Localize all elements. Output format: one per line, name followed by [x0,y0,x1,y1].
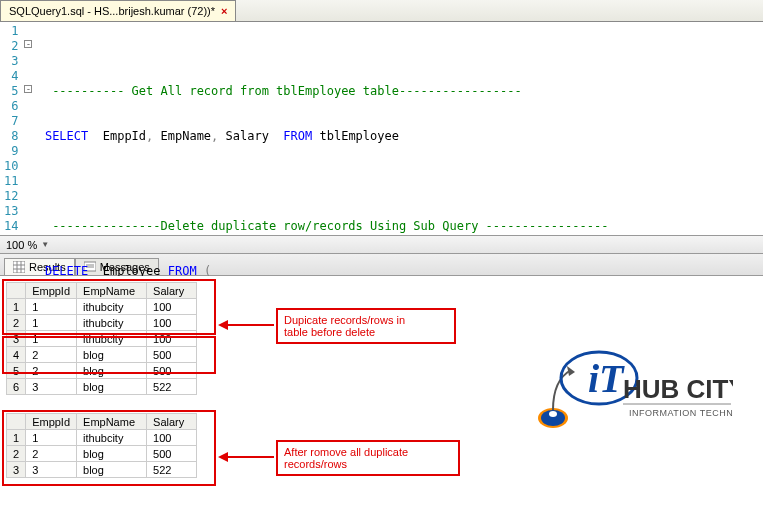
cell[interactable]: 1 [26,299,77,315]
cell[interactable]: 500 [147,363,197,379]
table-row[interactable]: 63blog522 [7,379,197,395]
cell[interactable]: 100 [147,315,197,331]
cell[interactable]: 2 [26,363,77,379]
col-empname[interactable]: EmpName [77,414,147,430]
row-header[interactable]: 3 [7,331,26,347]
col-salary[interactable]: Salary [147,414,197,430]
arrow-icon [218,448,276,469]
tab-bar: SQLQuery1.sql - HS...brijesh.kumar (72))… [0,0,763,22]
cell[interactable]: ithubcity [77,331,147,347]
cell[interactable]: 100 [147,331,197,347]
fold-icon[interactable]: - [24,85,32,93]
row-header[interactable]: 2 [7,446,26,462]
cell[interactable]: 522 [147,462,197,478]
cell[interactable]: ithubcity [77,315,147,331]
table-row[interactable]: 42blog500 [7,347,197,363]
annotation-callout: After romove all duplicate records/rows [276,440,460,476]
table-row[interactable]: 22blog500 [7,446,197,462]
tab-title: SQLQuery1.sql - HS...brijesh.kumar (72))… [9,5,215,17]
cell[interactable]: 522 [147,379,197,395]
table-row[interactable]: 11ithubcity100 [7,430,197,446]
cell[interactable]: blog [77,347,147,363]
cell[interactable]: blog [77,379,147,395]
cell[interactable]: 3 [26,379,77,395]
cell[interactable]: ithubcity [77,299,147,315]
cell[interactable]: 3 [26,462,77,478]
svg-text:INFORMATION TECHNOLOGY: INFORMATION TECHNOLOGY [629,408,733,418]
cell[interactable]: 500 [147,446,197,462]
col-emppid[interactable]: EmppId [26,414,77,430]
cell[interactable]: 2 [26,446,77,462]
svg-text:iT: iT [588,356,625,401]
results-grid-1[interactable]: EmppId EmpName Salary 11ithubcity10021it… [6,282,197,395]
row-header[interactable]: 1 [7,430,26,446]
svg-text:HUB CITY: HUB CITY [623,374,733,404]
file-tab[interactable]: SQLQuery1.sql - HS...brijesh.kumar (72))… [0,0,236,21]
close-icon[interactable]: × [221,5,227,17]
col-emppid[interactable]: EmppId [26,283,77,299]
annotation-callout: Dupicate records/rows in table before de… [276,308,456,344]
cell[interactable]: 1 [26,331,77,347]
cell[interactable]: 1 [26,430,77,446]
results-grid-2[interactable]: EmppId EmpName Salary 11ithubcity10022bl… [6,413,197,478]
svg-point-14 [549,411,557,417]
table-row[interactable]: 52blog500 [7,363,197,379]
table-row[interactable]: 33blog522 [7,462,197,478]
table-row[interactable]: 31ithubcity100 [7,331,197,347]
cell[interactable]: 2 [26,347,77,363]
svg-marker-9 [218,320,228,330]
cell[interactable]: blog [77,446,147,462]
row-header[interactable]: 6 [7,379,26,395]
row-header[interactable]: 4 [7,347,26,363]
svg-marker-11 [218,452,228,462]
col-empname[interactable]: EmpName [77,283,147,299]
table-row[interactable]: 21ithubcity100 [7,315,197,331]
grid-icon [13,261,25,273]
row-header[interactable]: 3 [7,462,26,478]
cell[interactable]: blog [77,462,147,478]
row-header[interactable]: 5 [7,363,26,379]
arrow-icon [218,316,276,337]
col-salary[interactable]: Salary [147,283,197,299]
cell[interactable]: ithubcity [77,430,147,446]
line-gutter: 1 2 3 4 5 6 7 8 9 10 11 12 13 14 [0,22,26,235]
table-row[interactable]: 11ithubcity100 [7,299,197,315]
cell[interactable]: 100 [147,430,197,446]
row-header[interactable]: 2 [7,315,26,331]
cell[interactable]: 100 [147,299,197,315]
cell[interactable]: 500 [147,347,197,363]
logo: iT HUB CITY INFORMATION TECHNOLOGY [513,340,733,450]
sql-editor[interactable]: 1 2 3 4 5 6 7 8 9 10 11 12 13 14 - - ---… [0,22,763,236]
cell[interactable]: blog [77,363,147,379]
cell[interactable]: 1 [26,315,77,331]
svg-rect-0 [13,261,25,273]
row-header[interactable]: 1 [7,299,26,315]
code-area[interactable]: - - ---------- Get All record from tblEm… [26,22,735,235]
fold-icon[interactable]: - [24,40,32,48]
